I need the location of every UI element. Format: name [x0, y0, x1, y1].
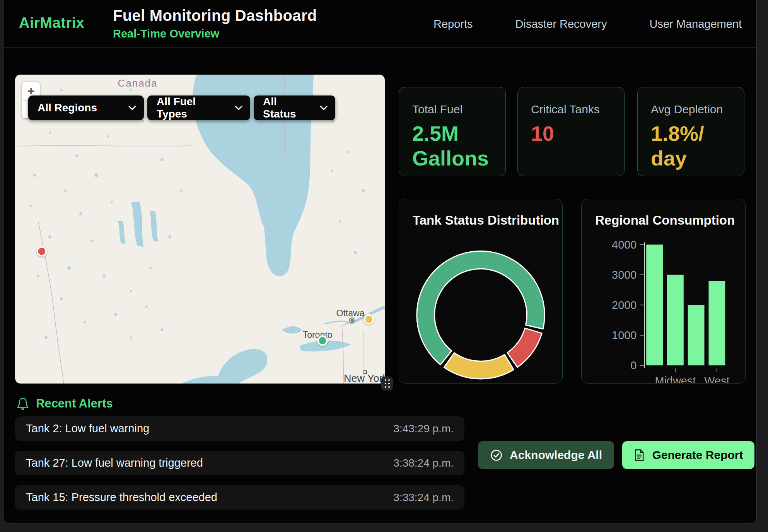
generate-report-button[interactable]: Generate Report	[622, 441, 754, 469]
fuel-type-filter-dropdown[interactable]: All Fuel Types	[147, 95, 250, 120]
stat-label: Critical Tanks	[531, 103, 611, 116]
regional-consumption-panel: Regional Consumption 0 1000 2000 3000 40…	[581, 199, 746, 384]
chevron-down-icon	[320, 106, 328, 111]
region-filter-value: All Regions	[38, 102, 97, 114]
tank-marker[interactable]	[317, 335, 328, 346]
bar-2[interactable]	[688, 305, 705, 365]
alert-row[interactable]: Tank 2: Low fuel warning 3:43:29 p.m.	[15, 416, 464, 441]
alert-message: Tank 15: Pressure threshold exceeded	[26, 491, 217, 504]
map-filters: All Regions All Fuel Types All Status	[28, 95, 335, 120]
header: AirMatrix Fuel Monitoring Dashboard Real…	[3, 0, 756, 48]
app-logo: AirMatrix	[19, 15, 84, 31]
svg-text:Midwest: Midwest	[655, 375, 696, 383]
bar-3[interactable]	[708, 281, 725, 365]
tank-marker[interactable]	[36, 246, 47, 257]
top-nav: Reports Disaster Recovery User Managemen…	[433, 0, 742, 48]
alert-row[interactable]: Tank 15: Pressure threshold exceeded 3:3…	[15, 485, 464, 510]
alert-timestamp: 3:38:24 p.m.	[393, 457, 454, 469]
stat-value: 10	[531, 121, 611, 146]
donut-segment-yellow-warning[interactable]	[444, 353, 514, 379]
stat-label: Avg Depletion	[651, 103, 731, 116]
nav-reports[interactable]: Reports	[433, 18, 473, 31]
app-window: AirMatrix Fuel Monitoring Dashboard Real…	[3, 0, 757, 524]
page-title-block: Fuel Monitoring Dashboard Real-Time Over…	[113, 7, 317, 40]
report-document-icon	[633, 449, 645, 462]
donut-segment-red-critical[interactable]	[507, 328, 542, 367]
stat-value: 1.8%/day	[651, 121, 715, 171]
map-label-new-york: New York	[344, 373, 385, 384]
chevron-down-icon	[128, 106, 136, 111]
stat-card-avg-depletion: Avg Depletion 1.8%/day	[637, 87, 744, 176]
recent-alerts-header: Recent Alerts	[17, 397, 113, 411]
bell-icon	[17, 397, 29, 410]
nav-user-management[interactable]: User Management	[649, 18, 742, 31]
map-label-ottawa: Ottawa	[336, 308, 365, 319]
acknowledge-all-label: Acknowledge All	[510, 448, 602, 462]
page-title: Fuel Monitoring Dashboard	[113, 7, 317, 24]
grip-dots-icon	[385, 379, 390, 388]
tank-marker[interactable]	[364, 314, 374, 324]
map-resize-handle[interactable]	[381, 377, 393, 390]
tank-status-panel: Tank Status Distribution	[399, 199, 563, 384]
nav-disaster-recovery[interactable]: Disaster Recovery	[515, 18, 607, 31]
alert-row[interactable]: Tank 27: Low fuel warning triggered 3:38…	[15, 451, 464, 475]
stat-card-critical-tanks: Critical Tanks 10	[517, 87, 625, 176]
fuel-type-filter-value: All Fuel Types	[157, 95, 222, 120]
recent-alerts-title: Recent Alerts	[36, 397, 113, 411]
svg-text:0: 0	[630, 359, 637, 372]
generate-report-label: Generate Report	[652, 448, 743, 462]
alert-message: Tank 2: Low fuel warning	[26, 422, 149, 435]
acknowledge-all-button[interactable]: Acknowledge All	[478, 441, 614, 469]
chevron-down-icon	[235, 106, 242, 111]
check-circle-icon	[490, 449, 503, 462]
tank-status-donut-chart[interactable]	[399, 199, 562, 383]
svg-text:2000: 2000	[612, 299, 637, 311]
region-filter-dropdown[interactable]: All Regions	[28, 95, 144, 120]
regional-consumption-bar-chart[interactable]: 0 1000 2000 3000 4000 Midwest West	[582, 199, 745, 383]
stat-label: Total Fuel	[412, 103, 492, 116]
alert-timestamp: 3:33:24 p.m.	[393, 491, 454, 504]
bar-0[interactable]	[646, 245, 663, 366]
bar-1[interactable]	[667, 275, 684, 365]
svg-text:1000: 1000	[612, 329, 637, 341]
svg-text:4000: 4000	[612, 239, 637, 251]
svg-text:West: West	[704, 375, 729, 383]
fuel-map[interactable]: Canada Ottawa Toronto New York + − All R…	[15, 75, 385, 384]
alert-message: Tank 27: Low fuel warning triggered	[26, 457, 203, 469]
stat-value: 2.5M Gallons	[412, 121, 492, 171]
status-filter-value: All Status	[263, 95, 307, 120]
page-subtitle: Real-Time Overview	[113, 27, 317, 40]
stat-card-total-fuel: Total Fuel 2.5M Gallons	[399, 87, 506, 176]
svg-text:3000: 3000	[612, 269, 637, 281]
alert-timestamp: 3:43:29 p.m.	[393, 423, 454, 435]
status-filter-dropdown[interactable]: All Status	[254, 95, 335, 120]
map-label-canada: Canada	[118, 77, 157, 89]
